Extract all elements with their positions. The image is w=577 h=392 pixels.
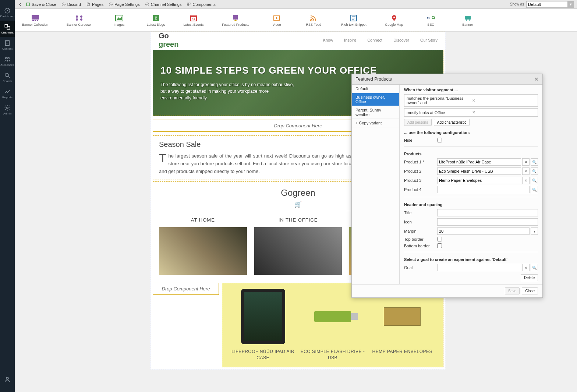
ribbon-video[interactable]: Video — [268, 14, 286, 27]
nav-link[interactable]: Know — [323, 38, 333, 42]
product-item: HEMP PAPER ENVELOPES — [368, 289, 437, 361]
cat-image — [159, 227, 247, 275]
save-close-label: Save & Close — [32, 2, 56, 7]
sidebar-label-admin: Admin — [3, 112, 12, 115]
nav-link[interactable]: Inspire — [344, 38, 356, 42]
divider — [404, 252, 538, 252]
sidebar-item-search[interactable]: Search — [0, 69, 15, 85]
segment-text: matches the persona "Business owner" and — [407, 96, 470, 105]
component-ribbon: Banner Collection Banner Carousel Images… — [15, 9, 577, 32]
ribbon-label: Google Map — [385, 23, 403, 27]
variant-parent-sunny[interactable]: Parent, Sunny weather — [352, 106, 399, 119]
chevron-down-icon[interactable]: ▼ — [567, 1, 574, 8]
page-settings-button[interactable]: Page Settings — [109, 2, 140, 7]
collapse-toggle[interactable] — [18, 2, 23, 7]
svg-rect-25 — [32, 20, 34, 21]
search-icon[interactable]: 🔍 — [531, 186, 538, 193]
product-3-input[interactable] — [437, 177, 521, 184]
nav-link[interactable]: Discover — [393, 38, 409, 42]
dialog-close-icon[interactable]: ✕ — [534, 76, 539, 82]
title-input[interactable] — [437, 209, 538, 216]
search-icon — [4, 72, 11, 79]
ribbon-featured-products[interactable]: Featured Products — [222, 14, 249, 27]
sidebar-item-dashboard[interactable]: Dashboard — [0, 4, 15, 21]
ribbon-banner[interactable]: Banner — [459, 14, 477, 27]
variant-business-owner[interactable]: Business owner, Office — [352, 93, 399, 106]
channel-settings-button[interactable]: Channel Settings — [145, 2, 182, 7]
ribbon-richtext[interactable]: Rich-text Snippet — [341, 14, 367, 27]
ribbon-label: Latest Blogs — [147, 23, 165, 27]
search-icon[interactable]: 🔍 — [531, 167, 538, 175]
ribbon-latest-events[interactable]: 31Latest Events — [184, 14, 204, 27]
show-as-select[interactable] — [526, 1, 574, 8]
icon-input[interactable] — [437, 218, 538, 226]
cat-label: AT HOME — [159, 217, 247, 223]
bottom-border-checkbox[interactable] — [437, 243, 442, 248]
sidebar-item-audiences[interactable]: Audiences — [0, 53, 15, 69]
product-image — [241, 289, 285, 344]
svg-point-49 — [432, 16, 434, 18]
remove-segment-icon[interactable]: ✕ — [472, 98, 535, 103]
clear-icon[interactable]: ✕ — [522, 167, 530, 175]
video-icon — [272, 14, 281, 22]
remove-segment-icon[interactable]: ✕ — [472, 110, 535, 115]
save-button[interactable]: Save — [505, 287, 520, 294]
sidebar-item-admin[interactable]: Admin — [0, 102, 15, 118]
banner-carousel-icon — [75, 14, 84, 22]
clear-icon[interactable]: ✕ — [522, 177, 530, 184]
cat-item-home[interactable]: AT HOME — [159, 217, 247, 275]
ribbon-banner-carousel[interactable]: Banner Carousel — [67, 14, 92, 27]
delete-button[interactable]: Delete — [521, 274, 538, 281]
margin-input[interactable] — [437, 227, 530, 235]
ribbon-banner-collection[interactable]: Banner Collection — [22, 14, 48, 27]
svg-rect-37 — [191, 16, 197, 17]
components-button[interactable]: Components — [187, 2, 215, 7]
title-label: Title — [404, 211, 437, 215]
ribbon-rss[interactable]: RSS Feed — [304, 14, 323, 27]
ribbon-seo[interactable]: SESEO — [422, 14, 440, 27]
discard-button[interactable]: Discard — [61, 2, 81, 7]
svg-text:SE: SE — [427, 16, 432, 20]
add-characteristic-button[interactable]: Add characteristic — [434, 119, 470, 126]
svg-point-47 — [393, 17, 395, 18]
goal-section-label: Select a goal to create an experiment ag… — [404, 257, 538, 262]
search-icon[interactable]: 🔍 — [531, 264, 538, 271]
product-2-input[interactable] — [437, 167, 521, 175]
goal-input[interactable] — [437, 264, 521, 271]
sidebar-item-reports[interactable]: Reports — [0, 85, 15, 102]
sidebar-item-channels[interactable]: Channels — [0, 21, 15, 37]
variant-copy[interactable]: + Copy variant — [352, 119, 399, 127]
pages-button[interactable]: Pages — [86, 2, 103, 7]
save-close-button[interactable]: Save & Close — [26, 2, 56, 7]
nav-link[interactable]: Connect — [367, 38, 382, 42]
product-1-input[interactable] — [437, 158, 521, 166]
channel-settings-label: Channel Settings — [151, 2, 182, 7]
map-icon — [390, 14, 399, 22]
add-persona-button[interactable]: Add persona — [404, 119, 432, 126]
cat-item-office[interactable]: IN THE OFFICE — [254, 217, 342, 275]
drop-zone-left[interactable]: Drop Component Here — [153, 283, 219, 295]
clear-icon[interactable]: ✕ — [522, 158, 530, 166]
images-icon — [115, 14, 124, 22]
hide-checkbox[interactable] — [437, 138, 442, 142]
chevron-down-icon[interactable]: ▾ — [531, 227, 538, 235]
ribbon-latest-blogs[interactable]: BLatest Blogs — [147, 14, 165, 27]
top-border-checkbox[interactable] — [437, 237, 442, 241]
ribbon-google-map[interactable]: Google Map — [385, 14, 403, 27]
rss-icon — [309, 14, 318, 22]
search-icon[interactable]: 🔍 — [531, 177, 538, 184]
sidebar-label-dashboard: Dashboard — [0, 15, 14, 18]
clear-icon[interactable]: ✕ — [522, 264, 530, 271]
show-as-label: Show as — [510, 2, 524, 6]
sidebar-item-content[interactable]: Content — [0, 37, 15, 53]
close-button[interactable]: Close — [522, 287, 538, 294]
product-item: LIFEPROOF NÜÜD IPAD AIR CASE — [228, 289, 298, 361]
sidebar-item-user[interactable] — [0, 371, 15, 388]
sidebar-label-search: Search — [3, 80, 12, 83]
search-icon[interactable]: 🔍 — [531, 158, 538, 166]
product-4-input[interactable] — [437, 186, 530, 193]
variant-default[interactable]: Default — [352, 85, 399, 93]
ribbon-label: Featured Products — [222, 23, 249, 27]
nav-link[interactable]: Our Story — [420, 38, 438, 42]
ribbon-images[interactable]: Images — [110, 14, 128, 27]
